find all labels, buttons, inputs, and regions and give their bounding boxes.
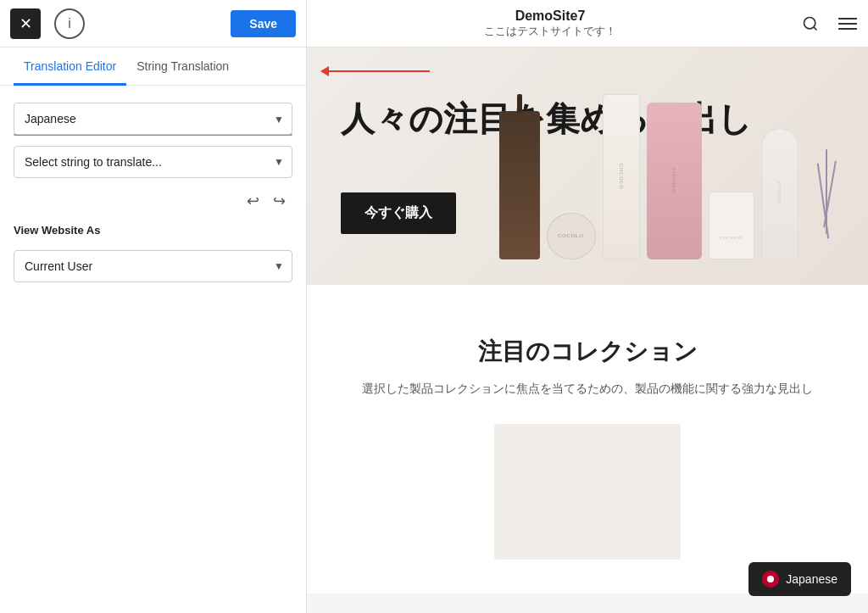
user-selector-wrapper: Current User Admin Guest ▼ xyxy=(14,250,292,282)
language-selector-wrapper: Japanese English French Spanish ▼ xyxy=(14,103,292,136)
product-bottle-4: COCOLO xyxy=(647,103,702,259)
top-bar-center: DemoSite7 ここはテストサイトです！ xyxy=(307,8,793,39)
language-badge-label: Japanese xyxy=(786,572,837,586)
arrow-line xyxy=(328,70,430,72)
language-dropdown[interactable]: Japanese English French Spanish xyxy=(14,103,292,135)
product-bottle-6: COCOLO xyxy=(761,128,798,259)
search-icon[interactable] xyxy=(793,7,827,41)
save-button[interactable]: Save xyxy=(231,10,296,37)
top-bar-right xyxy=(827,0,868,47)
view-website-label: View Website As xyxy=(14,224,292,237)
product-bottle-5: cocolo xyxy=(709,192,754,259)
collection-title: 注目のコレクション xyxy=(341,336,834,368)
hamburger-icon[interactable] xyxy=(838,18,857,30)
tab-string-translation[interactable]: String Translation xyxy=(126,47,239,86)
product-bottle-1 xyxy=(499,111,540,259)
svg-point-3 xyxy=(767,576,774,582)
undo-button[interactable]: ↩ xyxy=(243,188,263,214)
string-selector-wrapper: Select string to translate... ▼ xyxy=(14,146,292,178)
redo-button[interactable]: ↪ xyxy=(270,188,289,214)
undo-redo-group: ↩ ↪ xyxy=(14,188,292,214)
main-layout: Translation Editor String Translation Ja… xyxy=(0,47,868,613)
site-preview: 人々の注目を集める見出し 今すぐ購入 cocolo COCOLO COCOLO xyxy=(307,47,868,613)
product-card-1 xyxy=(494,424,681,560)
top-bar-left: ✕ i Save xyxy=(0,0,307,47)
product-bottle-3: COCOLO xyxy=(603,94,640,259)
left-panel: Translation Editor String Translation Ja… xyxy=(0,47,307,613)
collection-desc: 選択した製品コレクションに焦点を当てるための、製品の機能に関する強力な見出し xyxy=(341,382,834,397)
hero-products: cocolo COCOLO COCOLO cocolo COCOLO xyxy=(495,47,851,285)
lavender-decor xyxy=(805,141,848,259)
tabs: Translation Editor String Translation xyxy=(0,47,306,86)
svg-line-1 xyxy=(814,26,817,30)
site-name: DemoSite7 xyxy=(515,8,586,24)
content-section: 注目のコレクション 選択した製品コレクションに焦点を当てるための、製品の機能に関… xyxy=(307,285,868,593)
tab-translation-editor[interactable]: Translation Editor xyxy=(14,47,126,86)
hero-section: 人々の注目を集める見出し 今すぐ購入 cocolo COCOLO COCOLO xyxy=(307,47,868,285)
arrow-indicator xyxy=(320,66,430,76)
product-bottle-2: cocolo xyxy=(547,213,596,259)
close-button[interactable]: ✕ xyxy=(10,8,41,39)
product-grid xyxy=(341,424,834,560)
flag-icon xyxy=(762,571,779,588)
product-items: cocolo COCOLO COCOLO cocolo COCOLO xyxy=(499,73,848,259)
info-button[interactable]: i xyxy=(54,8,85,39)
site-subtitle: ここはテストサイトです！ xyxy=(484,24,616,39)
svg-point-0 xyxy=(804,17,815,28)
top-bar: ✕ i Save DemoSite7 ここはテストサイトです！ xyxy=(0,0,868,47)
hero-cta-button[interactable]: 今すぐ購入 xyxy=(341,192,456,234)
panel-content: Japanese English French Spanish ▼ Select… xyxy=(0,86,306,299)
string-dropdown[interactable]: Select string to translate... xyxy=(14,146,292,178)
user-dropdown[interactable]: Current User Admin Guest xyxy=(14,250,292,282)
language-badge[interactable]: Japanese xyxy=(748,562,851,596)
